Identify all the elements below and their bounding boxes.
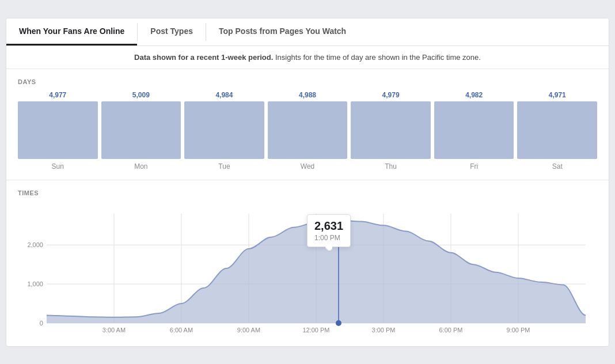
times-chart: 01,0002,0003:00 AM6:00 AM9:00 AM12:00 PM… [18,202,597,340]
svg-text:3:00 AM: 3:00 AM [102,326,126,333]
days-grid: 4,977 Sun 5,009 Mon 4,984 Tue 4,988 Wed … [18,91,597,170]
svg-text:1,000: 1,000 [27,280,43,287]
day-bar [18,101,98,159]
main-container: When Your Fans Are Online Post Types Top… [6,18,609,347]
day-count: 5,009 [132,91,150,99]
day-bar [351,101,431,159]
day-bar [517,101,597,159]
svg-point-21 [336,217,341,223]
day-name: Mon [134,162,147,170]
day-name: Wed [301,162,314,170]
day-card: 4,988 Wed [268,91,348,170]
day-bar [434,101,514,159]
day-bar [184,101,264,159]
day-name: Tue [218,162,230,170]
day-count: 4,984 [215,91,233,99]
svg-text:9:00 AM: 9:00 AM [237,326,260,333]
day-name: Thu [385,162,397,170]
days-label: DAYS [18,78,597,85]
day-card: 5,009 Mon [101,91,181,170]
day-card: 4,971 Sat [517,91,597,170]
day-count: 4,988 [299,91,316,99]
svg-text:6:00 AM: 6:00 AM [170,326,193,333]
day-count: 4,979 [382,91,400,99]
day-name: Fri [470,162,478,170]
day-count: 4,977 [49,91,66,99]
info-banner: Data shown for a recent 1-week period. I… [6,46,609,69]
svg-text:2,000: 2,000 [27,241,43,248]
day-count: 4,982 [465,91,483,99]
times-label: TIMES [18,189,597,196]
times-section: TIMES 01,0002,0003:00 AM6:00 AM9:00 AM12… [6,180,609,346]
day-name: Sun [52,162,64,170]
tab-fans-online[interactable]: When Your Fans Are Online [6,18,137,46]
svg-text:12:00 PM: 12:00 PM [303,326,330,333]
tab-bar: When Your Fans Are Online Post Types Top… [6,18,609,46]
tab-top-posts[interactable]: Top Posts from Pages You Watch [206,18,359,46]
day-bar [101,101,181,159]
chart-area: 01,0002,0003:00 AM6:00 AM9:00 AM12:00 PM… [18,202,597,340]
svg-text:6:00 PM: 6:00 PM [439,326,463,333]
day-count: 4,971 [549,91,566,99]
svg-point-22 [336,320,341,326]
day-card: 4,979 Thu [351,91,431,170]
day-bar [268,101,348,159]
svg-text:3:00 PM: 3:00 PM [372,326,396,333]
svg-text:9:00 PM: 9:00 PM [507,326,530,333]
day-name: Sat [552,162,563,170]
svg-text:0: 0 [40,319,43,326]
day-card: 4,982 Fri [434,91,514,170]
days-section: DAYS 4,977 Sun 5,009 Mon 4,984 Tue 4,988… [6,69,609,180]
day-card: 4,977 Sun [18,91,98,170]
tab-post-types[interactable]: Post Types [138,18,206,46]
day-card: 4,984 Tue [184,91,264,170]
